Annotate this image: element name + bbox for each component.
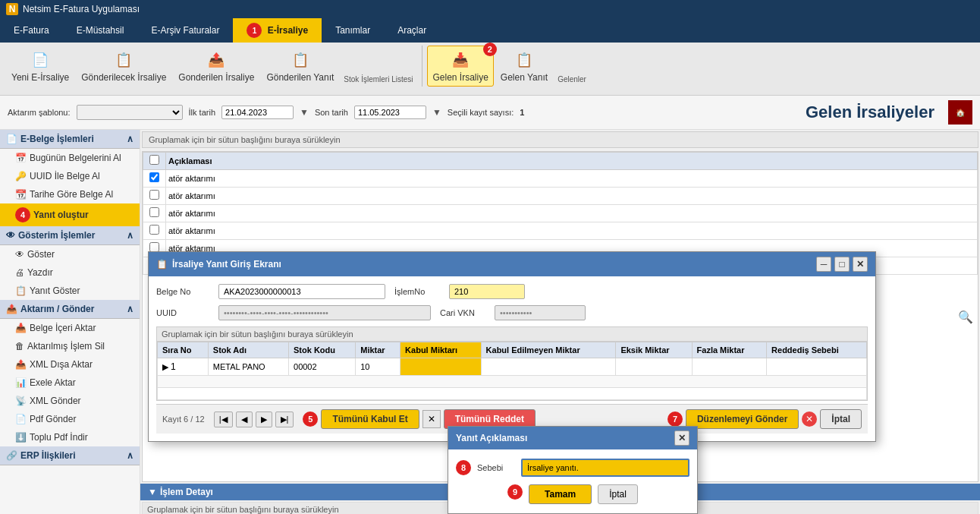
uuid-input[interactable] [218, 305, 431, 320]
sebep-input[interactable] [521, 459, 689, 477]
row-aciklama: atör aktarımı [166, 170, 978, 188]
col-aciklama: Açıklaması [166, 153, 978, 170]
menu-eirsaliye[interactable]: 1 E-İrsaliye [233, 18, 322, 43]
sidebar-item-uuid[interactable]: 🔑 UUID İle Belge Al [0, 167, 140, 185]
row-checkbox[interactable] [149, 172, 159, 182]
sub-dialog-body: 8 Sebebi 9 Tamam İptal [448, 449, 697, 513]
bugunun-icon: 📅 [15, 153, 27, 163]
yeni-irsaliye-icon: 📄 [30, 49, 51, 71]
btn-duzenlemeyi-gonder[interactable]: Düzenlemeyi Gönder [686, 409, 799, 429]
btn-tumunu-kabul[interactable]: Tümünü Kabul Et [321, 409, 419, 429]
nav-next-btn[interactable]: ▶ [256, 412, 272, 427]
toolbar-group-stok: 📄 Yeni E-İrsaliye 📋 Gönderilecek İrsaliy… [6, 46, 422, 87]
sub-dialog-title-text: Yanıt Açıklaması [456, 433, 527, 443]
modal-body: Belge No İşlemNo UUID Cari VKN Gruplamak… [149, 276, 875, 441]
menu-earsiv[interactable]: E-Arşiv Faturalar [137, 20, 233, 40]
menu-tanimlar[interactable]: Tanımlar [322, 20, 384, 40]
aktarim-select[interactable] [77, 105, 183, 120]
exele-icon: 📊 [15, 377, 27, 388]
cancel-circle-icon[interactable]: ✕ [802, 412, 817, 427]
kabul-input[interactable] [405, 361, 451, 372]
sidebar-item-yanit-goster[interactable]: 📋 Yanıt Göster [0, 282, 140, 300]
sidebar-item-yazdir[interactable]: 🖨 Yazdır [0, 263, 140, 282]
erp-icon: 🔗 [6, 450, 17, 461]
nav-first-btn[interactable]: |◀ [214, 412, 233, 427]
sidebar-item-xml-disa[interactable]: 📤 XML Dışa Aktar [0, 355, 140, 374]
cell-sira: ▶ 1 [158, 358, 209, 376]
menu-emustahsil[interactable]: E-Müstahsil [63, 20, 138, 40]
ebelge-icon: 📄 [6, 134, 17, 144]
modal-close-btn[interactable]: ✕ [853, 257, 868, 272]
cell-reddedis[interactable] [767, 358, 867, 376]
tumunu-kabul-badge: 5 [303, 412, 318, 427]
btn-sub-iptal[interactable]: İptal [598, 484, 638, 504]
aktarim-label: Aktarım şablonu: [8, 108, 71, 117]
cell-kabul-edilmeyen[interactable] [481, 358, 616, 376]
belge-no-input[interactable] [218, 284, 385, 299]
sidebar-item-bugunun[interactable]: 📅 Bugünün Belgelerini Al [0, 149, 140, 167]
gosterim-icon: 👁 [6, 230, 15, 241]
eksik-input[interactable] [620, 361, 666, 372]
btn-modal-iptal[interactable]: İptal [820, 409, 862, 429]
table-row: atör aktarımı [143, 170, 978, 188]
sidebar-item-yanit[interactable]: 4 Yanıt oluştur [0, 203, 140, 226]
cell-stok-kodu: 00002 [289, 358, 356, 376]
reject-icon-btn[interactable]: ✕ [422, 410, 441, 428]
toolbar: 📄 Yeni E-İrsaliye 📋 Gönderilecek İrsaliy… [0, 43, 980, 96]
sidebar-item-belge-iceri[interactable]: 📥 Belge İçeri Aktar [0, 319, 140, 337]
modal-maximize-btn[interactable]: □ [834, 257, 850, 272]
row-checkbox[interactable] [149, 207, 159, 217]
btn-gonderilen-irsaliye[interactable]: 📤 Gonderilen İrsaliye [173, 46, 259, 87]
sidebar-item-pdf-gonder[interactable]: 📄 Pdf Gönder [0, 410, 140, 428]
reddedis-input[interactable] [771, 361, 832, 372]
menu-araclar[interactable]: Araçlar [384, 20, 440, 40]
select-all-checkbox[interactable] [149, 155, 159, 165]
btn-gelen-yanit[interactable]: 📋 Gelen Yanıt [495, 46, 553, 87]
sidebar-section-ebelge[interactable]: 📄 E-Belge İşlemleri ∧ [0, 130, 140, 149]
sidebar-item-toplu-pdf[interactable]: ⬇️ Toplu Pdf İndir [0, 428, 140, 446]
sidebar-item-aktarilmis[interactable]: 🗑 Aktarılmış İşlem Sil [0, 337, 140, 355]
sidebar-section-erp[interactable]: 🔗 ERP İlişkileri ∧ [0, 446, 140, 465]
cari-vkn-input[interactable] [495, 305, 586, 320]
nav-last-btn[interactable]: ▶| [275, 412, 294, 427]
inner-grid: Gruplamak için bir sütun başlığını buray… [156, 326, 868, 401]
gonderilen-irsaliye-icon: 📤 [206, 49, 227, 71]
cell-kabul[interactable] [400, 358, 481, 376]
kabul-edilmeyen-input[interactable] [486, 361, 532, 372]
row-aciklama: atör aktarımı [166, 222, 978, 240]
nav-prev-btn[interactable]: ◀ [236, 412, 253, 427]
sidebar-item-xml-gonder[interactable]: 📡 XML Gönder [0, 392, 140, 410]
col-kabul-edilmeyen: Kabul Edilmeyen Miktar [481, 342, 616, 358]
menu-badge: 1 [247, 23, 262, 38]
son-tarih-input[interactable] [354, 106, 426, 119]
btn-tamam[interactable]: Tamam [529, 484, 592, 504]
sidebar-item-tarihe[interactable]: 📆 Tarihe Göre Belge Al [0, 185, 140, 203]
row-checkbox[interactable] [149, 225, 159, 235]
sidebar-section-aktarim[interactable]: 📤 Aktarım / Gönder ∧ [0, 300, 140, 319]
menu-efatura[interactable]: E-Fatura [0, 20, 63, 40]
col-eksik-miktar: Eksik Miktar [616, 342, 692, 358]
fazla-input[interactable] [697, 361, 743, 372]
cell-fazla[interactable] [692, 358, 767, 376]
islem-no-input[interactable] [449, 284, 525, 299]
yazdir-icon: 🖨 [15, 267, 24, 278]
btn-gonderilen-yanit[interactable]: 📋 Gönderilen Yanıt [261, 46, 339, 87]
secili-kayit-label: Seçili kayıt sayısı: [448, 108, 514, 117]
sidebar-item-goster[interactable]: 👁 Göster [0, 245, 140, 263]
sidebar: 📄 E-Belge İşlemleri ∧ 📅 Bugünün Belgeler… [0, 130, 140, 514]
btn-yeni-irsaliye[interactable]: 📄 Yeni E-İrsaliye [6, 46, 74, 87]
ilk-tarih-label: İlk tarih [189, 108, 215, 117]
sidebar-item-exele[interactable]: 📊 Exele Aktar [0, 374, 140, 392]
ilk-tarih-input[interactable] [221, 106, 294, 119]
duzenlemeyi-gonder-badge: 7 [667, 412, 683, 427]
yanit-badge: 4 [15, 207, 30, 222]
btn-gonderilecek[interactable]: 📋 Gönderilecek İrsaliye [76, 46, 171, 87]
sub-dialog-close-btn[interactable]: ✕ [674, 430, 689, 446]
row-aciklama: atör aktarımı [166, 188, 978, 205]
row-checkbox[interactable] [149, 190, 159, 200]
gelen-irsaliye-badge: 2 [483, 43, 497, 56]
modal-minimize-btn[interactable]: ─ [816, 257, 831, 272]
sidebar-section-gosterim[interactable]: 👁 Gösterim İşlemler ∧ [0, 226, 140, 245]
app-icon: N [6, 3, 18, 15]
cell-eksik[interactable] [616, 358, 692, 376]
